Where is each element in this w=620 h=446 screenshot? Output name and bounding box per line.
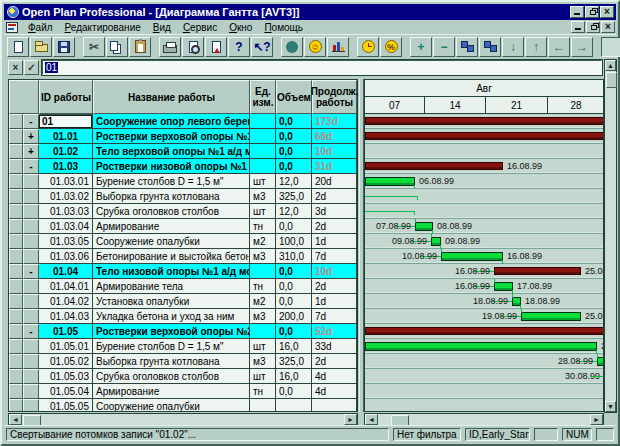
link-activities-button[interactable] — [456, 37, 478, 57]
close-icon: × — [604, 8, 610, 16]
task-bar[interactable] — [494, 282, 513, 291]
task-bar[interactable] — [365, 177, 415, 186]
table-row[interactable]: 01.04.02Установка опалубким20,01d — [9, 294, 357, 309]
scroll-left-icon[interactable]: ◄ — [9, 414, 22, 425]
scroll-left-icon[interactable]: ◄ — [365, 414, 378, 425]
header-id[interactable]: ID работы — [39, 80, 93, 114]
menu-item-2[interactable]: Редактирование — [59, 21, 147, 34]
table-row[interactable]: 01.05.01Бурение столбов D = 1,5 м"шт16,0… — [9, 339, 357, 354]
unlink-activities-button[interactable] — [479, 37, 501, 57]
cell-rowhdr — [9, 399, 23, 412]
cell-rowhdr — [9, 159, 23, 174]
scroll-right-icon[interactable]: ► — [590, 414, 603, 425]
table-row[interactable]: 01.03.06Бетонирование и выстойка бетонам… — [9, 249, 357, 264]
scroll-up-icon[interactable]: ▲ — [605, 60, 616, 71]
cell-unit — [250, 264, 276, 279]
cell-rowhdr — [9, 249, 23, 264]
paste-button[interactable] — [129, 37, 151, 57]
gantt-vscrollbar[interactable]: ▲ ▼ — [604, 59, 617, 413]
menu-item-6[interactable]: Помощь — [258, 21, 309, 34]
restore-icon — [591, 25, 597, 30]
move-down-button[interactable]: ↓ — [502, 37, 524, 57]
table-row[interactable]: 01.03.05Сооружение опалубким2100,01d — [9, 234, 357, 249]
child-restore-button[interactable] — [586, 21, 600, 33]
open-button[interactable] — [30, 37, 52, 57]
table-row[interactable]: 01.03.01Бурение столбов D = 1,5 м"шт12,0… — [9, 174, 357, 189]
table-row[interactable]: 01.05.05Сооружение опалубки — [9, 399, 357, 412]
remove-activity-button[interactable]: − — [433, 37, 455, 57]
cell-name: Армирование тела — [93, 279, 250, 294]
task-bar[interactable] — [521, 312, 581, 321]
update-data-button[interactable] — [205, 37, 227, 57]
table-row[interactable]: 01.03.02Выборка грунта котлованам3325,02… — [9, 189, 357, 204]
cell-rowhdr — [9, 354, 23, 369]
table-row[interactable]: -01.05Ростверки верховой опоры №2 а/д0,0… — [9, 324, 357, 339]
table-row[interactable]: +01.02Тело верховой опоры №1 а/д моста0,… — [9, 144, 357, 159]
menu-item-4[interactable]: Сервис — [177, 21, 223, 34]
child-close-button[interactable]: × — [601, 21, 615, 33]
menu-item-1[interactable]: Файл — [22, 21, 59, 34]
table-row[interactable]: -01.03Ростверки низовой опоры №1 а/д м0,… — [9, 159, 357, 174]
table-row[interactable]: +01.01Ростверки верховой опоры №1 а/д0,0… — [9, 129, 357, 144]
task-bar[interactable] — [365, 342, 597, 351]
task-bar[interactable] — [597, 357, 603, 366]
move-left-button[interactable]: ← — [548, 37, 570, 57]
scroll-down-icon[interactable]: ▼ — [605, 401, 616, 412]
resource-button[interactable]: ☺ — [304, 37, 326, 57]
mdi-child-icon[interactable] — [6, 22, 18, 33]
percent-icon: % — [385, 40, 398, 53]
table-row[interactable]: 01.05.02Выборка грунта котлованам3325,02… — [9, 354, 357, 369]
timescale-week-28: 28 — [548, 97, 604, 114]
table-row[interactable]: -01.04Тело низовой опоры №1 а/д моста0,0… — [9, 264, 357, 279]
cell-edit-input[interactable]: 01 — [42, 60, 602, 75]
table-body: -01Сооружение опор левого берега0,0173d+… — [9, 114, 357, 412]
close-button[interactable]: × — [600, 6, 614, 18]
new-document-button[interactable] — [7, 37, 29, 57]
child-minimize-button[interactable] — [571, 21, 585, 33]
cell-exp[interactable]: - — [23, 264, 39, 279]
cut-button[interactable]: ✂ — [83, 37, 105, 57]
table-row[interactable]: 01.03.04Армированиетн0,02d — [9, 219, 357, 234]
table-row[interactable]: 01.05.03Срубка оголовков столбовшт16,04d — [9, 369, 357, 384]
move-up-button[interactable]: ↑ — [525, 37, 547, 57]
print-button[interactable] — [159, 37, 181, 57]
menu-item-3[interactable]: Вид — [147, 21, 177, 34]
move-right-button[interactable]: → — [571, 37, 593, 57]
header-name[interactable]: Название работы — [93, 80, 250, 114]
minimize-button[interactable] — [570, 6, 584, 18]
table-row[interactable]: 01.04.01Армирование телатн0,02d — [9, 279, 357, 294]
header-volume[interactable]: Объем — [276, 80, 312, 114]
cell-vol: 12,0 — [276, 204, 312, 219]
id-edit-box[interactable]: 01 — [39, 115, 92, 128]
table-row[interactable]: 01.04.03Укладка бетона и уход за нимм320… — [9, 309, 357, 324]
cell-exp[interactable]: + — [23, 129, 39, 144]
milestone-circle-button[interactable] — [281, 37, 303, 57]
add-activity-button[interactable]: + — [410, 37, 432, 57]
gantt-view-button[interactable] — [601, 37, 620, 57]
table-row[interactable]: 01.03.03Срубка оголовков столбовшт12,03d — [9, 204, 357, 219]
scroll-right-icon[interactable]: ► — [344, 414, 357, 425]
cell-exp[interactable]: - — [23, 324, 39, 339]
accept-edit-button[interactable]: ✓ — [24, 60, 39, 75]
scroll-thumb[interactable] — [606, 72, 617, 88]
task-bar[interactable] — [415, 222, 433, 231]
save-button[interactable] — [53, 37, 75, 57]
context-help-button[interactable]: ↖? — [251, 37, 273, 57]
restore-button[interactable] — [585, 6, 599, 18]
cell-exp[interactable]: - — [23, 114, 39, 129]
clock-button[interactable] — [357, 37, 379, 57]
cell-exp[interactable]: - — [23, 159, 39, 174]
histogram-button[interactable] — [327, 37, 349, 57]
help-button[interactable]: ? — [228, 37, 250, 57]
task-bar[interactable] — [441, 252, 503, 261]
header-unit[interactable]: Ед. изм. — [250, 80, 276, 114]
table-row[interactable]: 01.05.04Армированиетн0,04d — [9, 384, 357, 399]
header-duration[interactable]: Продолж. работы — [312, 80, 357, 114]
percent-button[interactable]: % — [380, 37, 402, 57]
cell-exp[interactable]: + — [23, 144, 39, 159]
print-preview-button[interactable] — [182, 37, 204, 57]
copy-button[interactable] — [106, 37, 128, 57]
table-row[interactable]: -01Сооружение опор левого берега0,0173d — [9, 114, 357, 129]
menu-item-5[interactable]: Окно — [223, 21, 258, 34]
cancel-edit-button[interactable]: × — [8, 60, 23, 75]
